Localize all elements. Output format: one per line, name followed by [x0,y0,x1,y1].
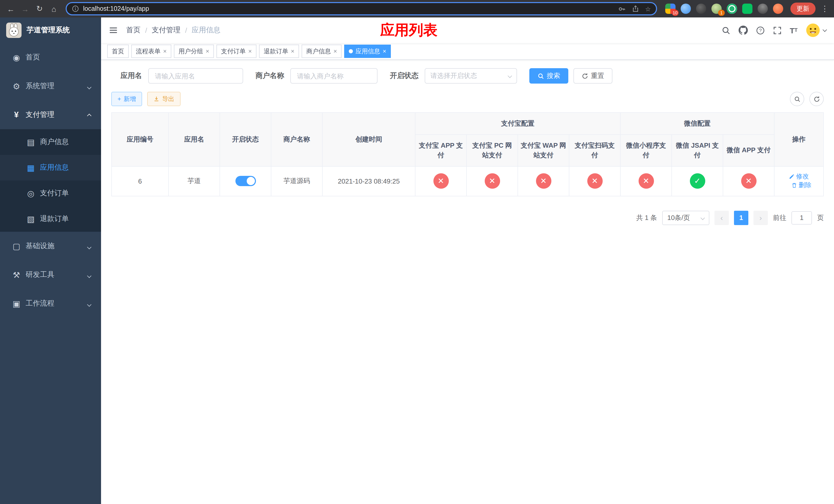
github-icon[interactable] [738,26,748,35]
tab-label: 支付订单 [221,47,246,55]
close-icon[interactable]: × [291,48,294,54]
app-title: 芋道管理系统 [27,26,70,35]
cell-merchant: 芋道源码 [271,166,322,196]
extension-icon-1[interactable]: 10 [665,4,676,14]
tab-app-info[interactable]: 应用信息 × [344,45,391,58]
address-bar[interactable]: localhost:1024/pay/app ☆ [66,2,657,15]
close-icon[interactable]: × [382,48,386,54]
user-menu[interactable] [806,23,826,38]
status-select[interactable]: 请选择开启状态 [425,68,517,84]
workflow-icon: ▣ [10,299,23,308]
order-icon: ◎ [25,188,37,198]
extension-icon-6[interactable] [742,4,752,14]
sidebar-item-home[interactable]: ◉ 首页 [0,43,101,72]
browser-update-button[interactable]: 更新 [790,3,815,15]
sidebar-item-merchant-info[interactable]: ▤ 商户信息 [0,129,101,155]
search-form: 应用名 商户名称 开启状态 请选择开启状态 搜索 重置 [111,68,824,84]
tab-process-form[interactable]: 流程表单 × [131,45,171,58]
browser-reload-icon[interactable]: ↻ [33,2,46,15]
screenshot-root: ← → ↻ ⌂ localhost:1024/pay/app ☆ 10 [0,0,834,504]
prev-page-button[interactable]: ‹ [715,210,729,225]
close-icon[interactable]: × [206,48,209,54]
bookmark-star-icon[interactable]: ☆ [645,5,651,13]
site-info-icon[interactable] [72,5,79,12]
extension-icon-5[interactable] [727,4,737,14]
grid-icon: ▦ [25,163,37,173]
tab-user-group[interactable]: 用户分组 × [174,45,214,58]
sidebar-item-dev-tools[interactable]: ⚒ 研发工具 [0,260,101,289]
sidebar-item-label: 退款订单 [40,214,69,224]
password-key-icon[interactable] [618,5,626,13]
reset-button-label: 重置 [591,71,604,81]
extension-badge-1: 10 [672,10,679,16]
sidebar-item-refund-order[interactable]: ▧ 退款订单 [0,206,101,232]
goto-page-input[interactable] [791,211,812,224]
extension-icon-2[interactable] [681,4,691,14]
share-icon[interactable] [632,5,639,12]
chevron-down-icon [88,82,91,90]
app-name-input[interactable] [148,68,243,84]
dashboard-icon: ◉ [10,52,23,62]
search-icon[interactable] [721,26,730,35]
extension-icon-4[interactable]: 1 [711,4,722,14]
sidebar-item-app-info[interactable]: ▦ 应用信息 [0,155,101,181]
tab-refund-order[interactable]: 退款订单 × [259,45,299,58]
page-size-select[interactable]: 10条/页 [662,210,709,225]
tab-merchant-info[interactable]: 商户信息 × [302,45,342,58]
browser-back-icon[interactable]: ← [4,2,18,15]
status-toggle[interactable] [235,176,256,186]
extension-icon-3[interactable] [696,4,706,14]
sidebar-item-label: 应用信息 [40,163,69,172]
sidebar-logo[interactable]: 芋道管理系统 [0,18,101,43]
main-area: 首页 / 支付管理 / 应用信息 应用列表 ? [101,18,834,504]
browser-forward-icon[interactable]: → [19,2,32,15]
extensions-cluster: 10 1 [665,4,783,14]
col-status: 开启状态 [220,113,271,166]
browser-home-icon[interactable]: ⌂ [47,2,61,15]
col-wx-mini: 微信小程序支付 [620,134,672,166]
sidebar-item-pay-order[interactable]: ◎ 支付订单 [0,181,101,206]
breadcrumb-current: 应用信息 [192,26,221,35]
refresh-button[interactable] [809,92,824,106]
delete-link[interactable]: 删除 [791,181,811,190]
sidebar-item-system[interactable]: ⚙ 系统管理 [0,72,101,100]
extension-icon-8[interactable] [773,4,783,14]
close-icon[interactable]: × [163,48,167,54]
cell-alipay-app: ✕ [415,166,466,196]
cell-actions: 修改 删除 [774,166,824,196]
edit-link[interactable]: 修改 [789,172,809,181]
merchant-name-input[interactable] [290,68,377,84]
font-size-icon[interactable]: TT [790,26,797,34]
col-group-wechat: 微信配置 [620,113,774,134]
breadcrumb-home[interactable]: 首页 [126,26,140,35]
hamburger-icon[interactable] [109,26,118,35]
col-alipay-pc: 支付宝 PC 网站支付 [466,134,518,166]
sidebar-item-payment[interactable]: ¥ 支付管理 [0,100,101,129]
cell-status [220,166,271,196]
cell-wx-mini: ✕ [620,166,672,196]
url-text[interactable]: localhost:1024/pay/app [83,5,149,12]
browser-menu-icon[interactable]: ⋮ [820,4,830,13]
fullscreen-icon[interactable] [773,26,782,35]
reset-button[interactable]: 重置 [573,68,612,84]
next-page-button[interactable]: › [753,210,768,225]
help-icon[interactable]: ? [756,26,765,35]
close-icon[interactable]: × [333,48,337,54]
chevron-up-icon [88,111,91,119]
chevron-down-icon [701,215,705,220]
close-icon[interactable]: × [248,48,252,54]
page-1-button[interactable]: 1 [734,210,748,225]
sidebar-item-infrastructure[interactable]: ▢ 基础设施 [0,232,101,260]
add-button[interactable]: + 新增 [111,92,142,106]
breadcrumb-payment[interactable]: 支付管理 [152,26,180,35]
search-button[interactable]: 搜索 [529,68,568,84]
extension-icon-7[interactable] [758,4,768,14]
col-wx-jsapi: 微信 JSAPI 支付 [672,134,723,166]
export-button[interactable]: 导出 [147,92,180,106]
avatar [806,23,820,38]
navbar-actions: ? TT [721,23,826,38]
toggle-search-button[interactable] [790,92,804,106]
sidebar-item-workflow[interactable]: ▣ 工作流程 [0,289,101,318]
tab-pay-order[interactable]: 支付订单 × [216,45,257,58]
tab-home[interactable]: 首页 [107,45,129,58]
